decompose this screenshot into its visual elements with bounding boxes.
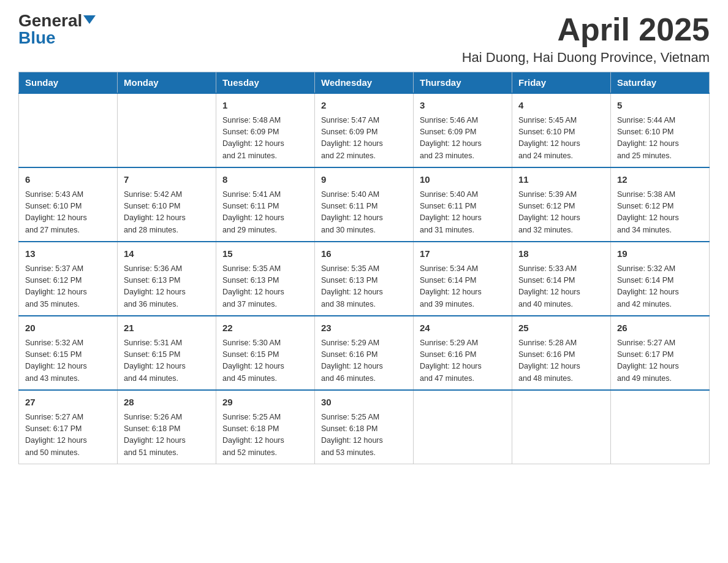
day-info: Sunrise: 5:47 AMSunset: 6:09 PMDaylight:… — [321, 115, 407, 163]
day-info: Sunrise: 5:41 AMSunset: 6:11 PMDaylight:… — [222, 189, 308, 237]
calendar-cell: 1Sunrise: 5:48 AMSunset: 6:09 PMDaylight… — [216, 93, 315, 167]
day-number: 24 — [420, 321, 506, 335]
day-number: 25 — [518, 321, 604, 335]
day-number: 5 — [617, 99, 703, 113]
calendar-cell: 16Sunrise: 5:35 AMSunset: 6:13 PMDayligh… — [315, 242, 414, 316]
calendar-cell: 2Sunrise: 5:47 AMSunset: 6:09 PMDaylight… — [315, 93, 414, 167]
day-number: 8 — [222, 173, 308, 187]
day-info: Sunrise: 5:36 AMSunset: 6:13 PMDaylight:… — [124, 263, 210, 311]
day-info: Sunrise: 5:40 AMSunset: 6:11 PMDaylight:… — [321, 189, 407, 237]
calendar-cell: 28Sunrise: 5:26 AMSunset: 6:18 PMDayligh… — [118, 390, 216, 464]
day-number: 26 — [617, 321, 703, 335]
day-number: 15 — [222, 247, 308, 261]
weekday-header-wednesday: Wednesday — [315, 72, 414, 94]
calendar-cell: 15Sunrise: 5:35 AMSunset: 6:13 PMDayligh… — [216, 242, 315, 316]
day-info: Sunrise: 5:33 AMSunset: 6:14 PMDaylight:… — [518, 263, 604, 311]
day-number: 9 — [321, 173, 407, 187]
calendar-cell: 12Sunrise: 5:38 AMSunset: 6:12 PMDayligh… — [611, 167, 710, 242]
day-info: Sunrise: 5:39 AMSunset: 6:12 PMDaylight:… — [518, 189, 604, 237]
calendar-cell: 26Sunrise: 5:27 AMSunset: 6:17 PMDayligh… — [611, 316, 710, 390]
week-row-3: 13Sunrise: 5:37 AMSunset: 6:12 PMDayligh… — [19, 242, 710, 316]
day-info: Sunrise: 5:32 AMSunset: 6:15 PMDaylight:… — [25, 337, 111, 385]
calendar-cell: 20Sunrise: 5:32 AMSunset: 6:15 PMDayligh… — [19, 316, 118, 390]
week-row-4: 20Sunrise: 5:32 AMSunset: 6:15 PMDayligh… — [19, 316, 710, 390]
day-info: Sunrise: 5:37 AMSunset: 6:12 PMDaylight:… — [25, 263, 111, 311]
calendar-table: SundayMondayTuesdayWednesdayThursdayFrid… — [18, 72, 710, 464]
day-info: Sunrise: 5:25 AMSunset: 6:18 PMDaylight:… — [222, 412, 308, 459]
week-row-1: 1Sunrise: 5:48 AMSunset: 6:09 PMDaylight… — [19, 93, 710, 167]
day-number: 22 — [222, 321, 308, 335]
page-header: General Blue April 2025 Hai Duong, Hai D… — [18, 12, 710, 66]
calendar-cell: 22Sunrise: 5:30 AMSunset: 6:15 PMDayligh… — [216, 316, 315, 390]
day-number: 6 — [25, 173, 111, 187]
day-info: Sunrise: 5:43 AMSunset: 6:10 PMDaylight:… — [25, 189, 111, 237]
day-number: 11 — [518, 173, 604, 187]
calendar-cell: 8Sunrise: 5:41 AMSunset: 6:11 PMDaylight… — [216, 167, 315, 242]
calendar-cell — [19, 93, 118, 167]
day-info: Sunrise: 5:42 AMSunset: 6:10 PMDaylight:… — [124, 189, 210, 237]
day-info: Sunrise: 5:32 AMSunset: 6:14 PMDaylight:… — [617, 263, 703, 311]
title-block: April 2025 Hai Duong, Hai Duong Province… — [462, 12, 710, 66]
day-info: Sunrise: 5:30 AMSunset: 6:15 PMDaylight:… — [222, 337, 308, 385]
calendar-cell: 17Sunrise: 5:34 AMSunset: 6:14 PMDayligh… — [414, 242, 512, 316]
logo-triangle-icon — [83, 15, 96, 24]
calendar-cell: 24Sunrise: 5:29 AMSunset: 6:16 PMDayligh… — [414, 316, 512, 390]
logo-blue-text: Blue — [18, 29, 56, 47]
calendar-cell — [512, 390, 611, 464]
month-title: April 2025 — [462, 12, 710, 47]
week-row-5: 27Sunrise: 5:27 AMSunset: 6:17 PMDayligh… — [19, 390, 710, 464]
day-info: Sunrise: 5:25 AMSunset: 6:18 PMDaylight:… — [321, 412, 407, 459]
logo-general-text: General — [18, 12, 82, 29]
day-info: Sunrise: 5:48 AMSunset: 6:09 PMDaylight:… — [222, 115, 308, 163]
day-info: Sunrise: 5:26 AMSunset: 6:18 PMDaylight:… — [124, 412, 210, 459]
day-number: 23 — [321, 321, 407, 335]
calendar-cell: 9Sunrise: 5:40 AMSunset: 6:11 PMDaylight… — [315, 167, 414, 242]
day-info: Sunrise: 5:46 AMSunset: 6:09 PMDaylight:… — [420, 115, 506, 163]
day-number: 30 — [321, 396, 407, 410]
calendar-cell: 3Sunrise: 5:46 AMSunset: 6:09 PMDaylight… — [414, 93, 512, 167]
calendar-cell: 29Sunrise: 5:25 AMSunset: 6:18 PMDayligh… — [216, 390, 315, 464]
calendar-cell — [414, 390, 512, 464]
day-number: 3 — [420, 99, 506, 113]
calendar-cell: 7Sunrise: 5:42 AMSunset: 6:10 PMDaylight… — [118, 167, 216, 242]
day-number: 4 — [518, 99, 604, 113]
calendar-cell: 11Sunrise: 5:39 AMSunset: 6:12 PMDayligh… — [512, 167, 611, 242]
calendar-cell: 6Sunrise: 5:43 AMSunset: 6:10 PMDaylight… — [19, 167, 118, 242]
day-info: Sunrise: 5:28 AMSunset: 6:16 PMDaylight:… — [518, 337, 604, 385]
day-number: 29 — [222, 396, 308, 410]
location-title: Hai Duong, Hai Duong Province, Vietnam — [462, 50, 710, 66]
calendar-cell — [118, 93, 216, 167]
weekday-header-sunday: Sunday — [19, 72, 118, 94]
day-number: 10 — [420, 173, 506, 187]
weekday-header-saturday: Saturday — [611, 72, 710, 94]
day-info: Sunrise: 5:44 AMSunset: 6:10 PMDaylight:… — [617, 115, 703, 163]
logo: General Blue — [18, 12, 96, 47]
day-info: Sunrise: 5:31 AMSunset: 6:15 PMDaylight:… — [124, 337, 210, 385]
day-number: 7 — [124, 173, 210, 187]
calendar-cell: 18Sunrise: 5:33 AMSunset: 6:14 PMDayligh… — [512, 242, 611, 316]
day-number: 14 — [124, 247, 210, 261]
day-number: 1 — [222, 99, 308, 113]
day-number: 18 — [518, 247, 604, 261]
weekday-header-friday: Friday — [512, 72, 611, 94]
day-number: 17 — [420, 247, 506, 261]
calendar-cell: 21Sunrise: 5:31 AMSunset: 6:15 PMDayligh… — [118, 316, 216, 390]
day-number: 13 — [25, 247, 111, 261]
day-info: Sunrise: 5:35 AMSunset: 6:13 PMDaylight:… — [222, 263, 308, 311]
calendar-header-row: SundayMondayTuesdayWednesdayThursdayFrid… — [19, 72, 710, 94]
day-info: Sunrise: 5:35 AMSunset: 6:13 PMDaylight:… — [321, 263, 407, 311]
calendar-cell: 25Sunrise: 5:28 AMSunset: 6:16 PMDayligh… — [512, 316, 611, 390]
day-number: 20 — [25, 321, 111, 335]
day-info: Sunrise: 5:27 AMSunset: 6:17 PMDaylight:… — [617, 337, 703, 385]
day-info: Sunrise: 5:29 AMSunset: 6:16 PMDaylight:… — [321, 337, 407, 385]
calendar-cell: 13Sunrise: 5:37 AMSunset: 6:12 PMDayligh… — [19, 242, 118, 316]
day-info: Sunrise: 5:38 AMSunset: 6:12 PMDaylight:… — [617, 189, 703, 237]
day-info: Sunrise: 5:27 AMSunset: 6:17 PMDaylight:… — [25, 412, 111, 459]
day-number: 21 — [124, 321, 210, 335]
day-number: 12 — [617, 173, 703, 187]
weekday-header-thursday: Thursday — [414, 72, 512, 94]
day-number: 28 — [124, 396, 210, 410]
day-info: Sunrise: 5:34 AMSunset: 6:14 PMDaylight:… — [420, 263, 506, 311]
day-info: Sunrise: 5:40 AMSunset: 6:11 PMDaylight:… — [420, 189, 506, 237]
calendar-cell: 27Sunrise: 5:27 AMSunset: 6:17 PMDayligh… — [19, 390, 118, 464]
